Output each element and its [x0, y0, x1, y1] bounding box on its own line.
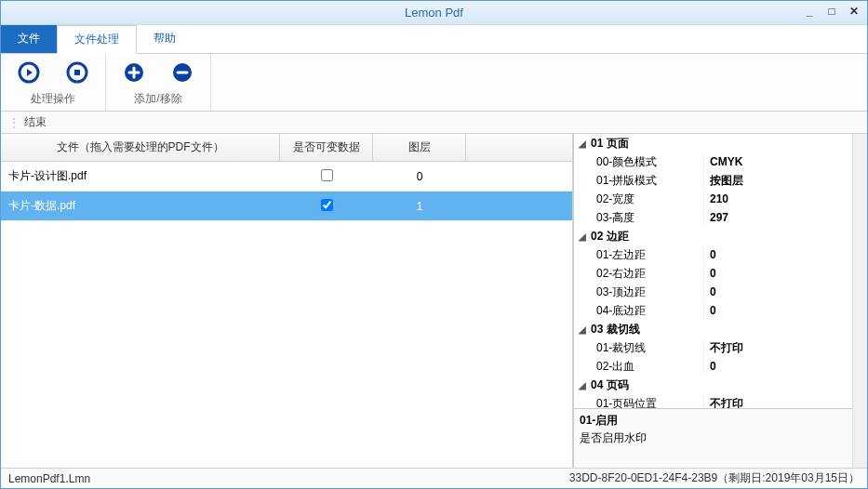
property-category[interactable]: ◢03 裁切线: [574, 320, 852, 338]
property-value[interactable]: CMYK: [704, 155, 852, 168]
property-value[interactable]: 0: [704, 304, 852, 317]
property-value[interactable]: 297: [704, 211, 852, 224]
property-name: 01-拼版模式: [574, 173, 704, 189]
collapse-icon[interactable]: ◢: [578, 380, 587, 390]
cell-file: 卡片-设计图.pdf: [1, 168, 280, 184]
property-name: 01-页码位置: [574, 396, 704, 409]
property-row[interactable]: 02-宽度210: [574, 190, 852, 208]
minimize-button[interactable]: _: [800, 3, 819, 20]
play-icon: [18, 61, 40, 84]
category-name: 04 页码: [591, 377, 629, 393]
ribbon-group-process: 处理操作: [1, 54, 106, 111]
play-button[interactable]: [16, 59, 42, 86]
grip-icon: ⋮: [8, 116, 19, 129]
ribbon-label-addremove: 添加/移除: [121, 91, 195, 107]
property-name: 03-高度: [574, 210, 704, 226]
property-value[interactable]: 按图层: [704, 173, 852, 189]
table-row[interactable]: 卡片-数据.pdf1: [1, 192, 572, 221]
property-row[interactable]: 00-颜色模式CMYK: [574, 152, 852, 171]
table-row[interactable]: 卡片-设计图.pdf0: [1, 162, 572, 192]
col-layers[interactable]: 图层: [373, 134, 466, 161]
scrollbar[interactable]: [852, 134, 867, 468]
property-desc-title: 01-启用: [580, 413, 847, 429]
titlebar: Lemon Pdf _ □ ✕: [1, 1, 867, 25]
tab-file-process[interactable]: 文件处理: [57, 25, 137, 54]
svg-rect-2: [74, 70, 80, 75]
file-grid: 文件（拖入需要处理的PDF文件） 是否可变数据 图层 卡片-设计图.pdf0卡片…: [1, 134, 573, 468]
property-row[interactable]: 02-出血0: [574, 357, 852, 376]
plus-icon: [123, 61, 145, 84]
property-row[interactable]: 01-裁切线不打印: [574, 338, 852, 357]
property-row[interactable]: 01-左边距0: [574, 245, 852, 264]
cell-layers: 1: [373, 200, 466, 213]
finish-button[interactable]: 结束: [24, 114, 47, 130]
property-name: 01-裁切线: [574, 340, 704, 356]
add-button[interactable]: [121, 59, 147, 86]
property-row[interactable]: 04-底边距0: [574, 301, 852, 320]
variable-checkbox[interactable]: [321, 169, 333, 181]
maximize-button[interactable]: □: [822, 3, 841, 20]
property-name: 03-顶边距: [574, 284, 704, 300]
property-grid[interactable]: ◢01 页面00-颜色模式CMYK01-拼版模式按图层02-宽度21003-高度…: [574, 134, 852, 408]
property-row[interactable]: 01-拼版模式按图层: [574, 171, 852, 190]
status-right: 33DD-8F20-0ED1-24F4-23B9（剩期日:2019年03月15日…: [569, 470, 860, 486]
statusbar: LemonPdf1.Lmn 33DD-8F20-0ED1-24F4-23B9（剩…: [1, 468, 867, 488]
ribbon-label-process: 处理操作: [16, 91, 90, 107]
property-category[interactable]: ◢01 页面: [574, 134, 852, 152]
property-panel: ◢01 页面00-颜色模式CMYK01-拼版模式按图层02-宽度21003-高度…: [573, 134, 852, 468]
main-tabs: 文件 文件处理 帮助: [1, 25, 867, 54]
col-file[interactable]: 文件（拖入需要处理的PDF文件）: [1, 134, 280, 161]
minus-icon: [171, 61, 194, 84]
variable-checkbox[interactable]: [321, 199, 333, 211]
property-value[interactable]: 210: [704, 192, 852, 205]
tab-file[interactable]: 文件: [1, 25, 57, 53]
property-row[interactable]: 02-右边距0: [574, 264, 852, 283]
cell-file: 卡片-数据.pdf: [1, 198, 280, 214]
stop-button[interactable]: [64, 59, 90, 86]
ribbon: 处理操作 添加/移除: [1, 54, 867, 112]
grid-header: 文件（拖入需要处理的PDF文件） 是否可变数据 图层: [1, 134, 572, 162]
property-name: 00-颜色模式: [574, 154, 704, 170]
property-row[interactable]: 03-顶边距0: [574, 283, 852, 301]
collapse-icon[interactable]: ◢: [578, 324, 587, 335]
property-category[interactable]: ◢02 边距: [574, 227, 852, 245]
property-row[interactable]: 01-页码位置不打印: [574, 394, 852, 408]
category-name: 02 边距: [591, 229, 629, 244]
property-value[interactable]: 0: [704, 248, 852, 261]
property-value[interactable]: 0: [704, 360, 852, 373]
property-desc-text: 是否启用水印: [580, 430, 847, 446]
property-name: 02-出血: [574, 359, 704, 375]
category-name: 03 裁切线: [591, 322, 640, 337]
close-button[interactable]: ✕: [845, 3, 863, 20]
property-name: 02-宽度: [574, 192, 704, 207]
cell-variable: [280, 169, 373, 184]
property-row[interactable]: 03-高度297: [574, 208, 852, 227]
property-category[interactable]: ◢04 页码: [574, 376, 852, 394]
property-name: 01-左边距: [574, 247, 704, 263]
collapse-icon[interactable]: ◢: [578, 231, 587, 242]
col-variable[interactable]: 是否可变数据: [280, 134, 373, 161]
property-value[interactable]: 0: [704, 267, 852, 280]
window-title: Lemon Pdf: [405, 6, 463, 20]
property-value[interactable]: 0: [704, 285, 852, 298]
sub-toolbar: ⋮ 结束: [1, 112, 867, 134]
status-left: LemonPdf1.Lmn: [8, 472, 90, 485]
cell-layers: 0: [373, 170, 466, 183]
remove-button[interactable]: [169, 59, 195, 86]
tab-help[interactable]: 帮助: [137, 25, 193, 53]
property-description: 01-启用 是否启用水印: [574, 408, 852, 468]
property-value[interactable]: 不打印: [704, 340, 852, 356]
collapse-icon[interactable]: ◢: [578, 139, 587, 149]
stop-icon: [66, 61, 88, 84]
property-name: 02-右边距: [574, 266, 704, 282]
property-value[interactable]: 不打印: [704, 396, 852, 409]
cell-variable: [280, 199, 373, 214]
ribbon-group-addremove: 添加/移除: [106, 54, 211, 111]
property-name: 04-底边距: [574, 303, 704, 319]
category-name: 01 页面: [591, 136, 629, 152]
